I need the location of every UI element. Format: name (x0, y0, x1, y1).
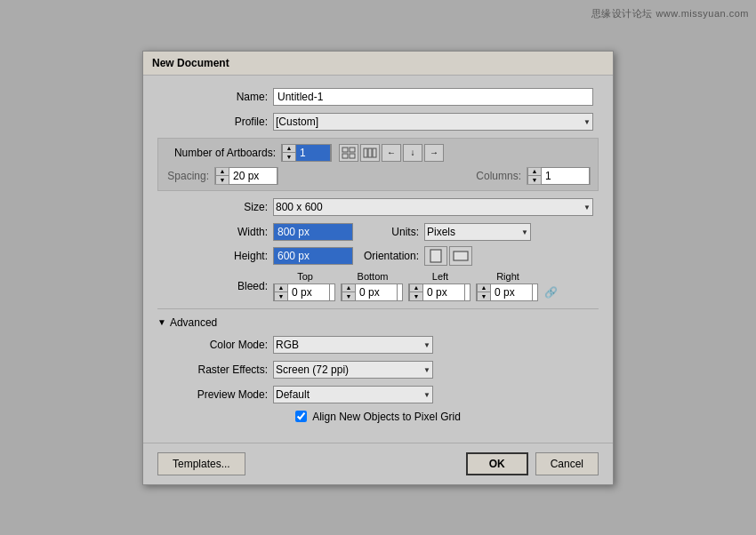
bleed-top-input[interactable] (287, 283, 330, 301)
raster-row: Raster Effects: Screen (72 ppi) Medium (… (157, 361, 599, 379)
artboards-spin-down[interactable]: ▼ (283, 153, 295, 161)
dialog-title: New Document (143, 52, 613, 76)
svg-rect-6 (373, 148, 376, 157)
units-select[interactable]: Pixels Points Picas Inches Millimeters C… (424, 223, 531, 241)
bleed-lock-btn[interactable]: 🔗 (543, 283, 558, 301)
preview-row: Preview Mode: Default Pixel Overprint (157, 386, 599, 403)
width-input[interactable] (273, 223, 353, 241)
svg-rect-8 (454, 252, 468, 260)
color-mode-select[interactable]: RGB CMYK Grayscale (273, 336, 433, 354)
preview-select-wrapper: Default Pixel Overprint (273, 386, 433, 403)
advanced-label: Advanced (170, 316, 217, 329)
columns-spinbtns: ▲ ▼ (527, 168, 541, 184)
bleed-left-label: Left (408, 271, 472, 282)
bleed-right-input-group: ▲ ▼ (476, 283, 538, 301)
height-orientation-row: Height: Orientation: (157, 246, 599, 266)
bleed-left-spin-up[interactable]: ▲ (410, 284, 422, 292)
svg-rect-3 (350, 154, 355, 158)
bleed-top-spin-up[interactable]: ▲ (275, 284, 287, 292)
spacing-columns-row: Spacing: ▲ ▼ Columns: ▲ ▼ (165, 167, 591, 185)
svg-rect-5 (368, 148, 372, 157)
bleed-bottom-spin-down[interactable]: ▼ (342, 292, 355, 300)
bleed-bottom-input-group: ▲ ▼ (341, 283, 403, 301)
bleed-bottom-spin-up[interactable]: ▲ (342, 284, 355, 292)
dialog-footer: Templates... OK Cancel (143, 443, 613, 484)
grid-4-btn[interactable] (339, 144, 358, 162)
bleed-section: Bleed: Top ▲ ▼ (157, 271, 599, 301)
bleed-left-input-group: ▲ ▼ (408, 283, 470, 301)
advanced-toggle[interactable]: ▼ Advanced (157, 316, 599, 329)
raster-select[interactable]: Screen (72 ppi) Medium (150 ppi) High (3… (273, 361, 433, 379)
columns-input[interactable] (541, 167, 590, 185)
svg-rect-7 (430, 250, 441, 262)
units-label: Units: (353, 226, 424, 238)
columns-spin-up[interactable]: ▲ (528, 168, 541, 176)
profile-row: Profile: [Custom] Print Web Mobile Video… (157, 113, 599, 131)
bleed-bottom-label: Bottom (341, 271, 405, 282)
grid-row-btn[interactable] (360, 144, 380, 162)
preview-select[interactable]: Default Pixel Overprint (273, 386, 433, 403)
raster-select-wrapper: Screen (72 ppi) Medium (150 ppi) High (3… (273, 361, 433, 379)
bleed-left-input[interactable] (422, 283, 465, 301)
columns-label: Columns: (473, 170, 527, 182)
spacing-spinbtns: ▲ ▼ (215, 168, 229, 184)
bleed-right-spin-up[interactable]: ▲ (478, 284, 490, 292)
artboards-label: Number of Artboards: (165, 147, 281, 159)
bleed-top-label: Top (273, 271, 337, 282)
artboards-spin-up[interactable]: ▲ (283, 145, 295, 153)
width-units-row: Width: Units: Pixels Points Picas Inches… (157, 223, 599, 241)
name-input[interactable] (273, 88, 593, 106)
cancel-button[interactable]: Cancel (535, 452, 599, 475)
artboards-row: Number of Artboards: ▲ ▼ (165, 144, 591, 162)
bleed-left-spin-down[interactable]: ▼ (410, 292, 422, 300)
bleed-top-spin-down[interactable]: ▼ (275, 292, 287, 300)
raster-label: Raster Effects: (157, 363, 273, 376)
size-select[interactable]: 800 x 600 1024 x 768 1280 x 1024 (273, 198, 593, 216)
columns-spin-down[interactable]: ▼ (528, 176, 541, 184)
svg-rect-1 (350, 148, 355, 152)
bleed-right-input[interactable] (490, 283, 533, 301)
left-arrow-btn[interactable]: ← (382, 144, 401, 162)
units-select-wrapper: Pixels Points Picas Inches Millimeters C… (424, 223, 531, 241)
pixel-grid-row: Align New Objects to Pixel Grid (157, 411, 599, 423)
spacing-spinner: ▲ ▼ (214, 167, 278, 185)
name-row: Name: (157, 88, 599, 106)
artboards-spinner: ▲ ▼ (281, 144, 332, 162)
advanced-arrow-icon: ▼ (157, 317, 166, 327)
color-mode-select-wrapper: RGB CMYK Grayscale (273, 336, 433, 354)
pixel-grid-checkbox[interactable] (295, 411, 307, 422)
name-label: Name: (157, 91, 273, 103)
new-document-dialog: New Document Name: Profile: [Custom] Pri… (142, 51, 614, 485)
size-label: Size: (157, 201, 273, 213)
footer-right: OK Cancel (466, 452, 599, 475)
svg-rect-2 (342, 154, 348, 158)
right-arrow-btn[interactable]: → (424, 144, 444, 162)
advanced-section: ▼ Advanced Color Mode: RGB CMYK Grayscal… (157, 308, 599, 423)
spacing-input[interactable] (229, 167, 277, 185)
ok-button[interactable]: OK (466, 452, 528, 475)
artboards-toolbar: ← ↓ → (339, 144, 444, 162)
bleed-header: Bleed: Top ▲ ▼ (157, 271, 599, 301)
columns-spinner: ▲ ▼ (527, 167, 591, 185)
spacing-spin-down[interactable]: ▼ (216, 176, 229, 184)
down-arrow-btn[interactable]: ↓ (403, 144, 422, 162)
templates-button[interactable]: Templates... (157, 452, 245, 475)
preview-label: Preview Mode: (157, 388, 273, 401)
bleed-left-spinbtns: ▲ ▼ (409, 284, 422, 300)
bleed-right-spinbtns: ▲ ▼ (477, 284, 490, 300)
bleed-bottom-col: Bottom ▲ ▼ (341, 271, 405, 301)
spacing-label: Spacing: (165, 170, 214, 182)
artboards-input[interactable] (295, 144, 331, 162)
bleed-right-spin-down[interactable]: ▼ (478, 292, 490, 300)
height-input[interactable] (273, 247, 353, 265)
portrait-btn[interactable] (424, 246, 447, 266)
landscape-btn[interactable] (449, 246, 472, 266)
bleed-top-col: Top ▲ ▼ (273, 271, 337, 301)
pixel-grid-label: Align New Objects to Pixel Grid (312, 411, 461, 423)
bleed-right-col: Right ▲ ▼ (476, 271, 540, 301)
height-label: Height: (157, 250, 273, 262)
orientation-buttons (424, 246, 472, 266)
spacing-spin-up[interactable]: ▲ (216, 168, 229, 176)
profile-select[interactable]: [Custom] Print Web Mobile Video and Film… (273, 113, 593, 131)
bleed-bottom-input[interactable] (355, 283, 398, 301)
